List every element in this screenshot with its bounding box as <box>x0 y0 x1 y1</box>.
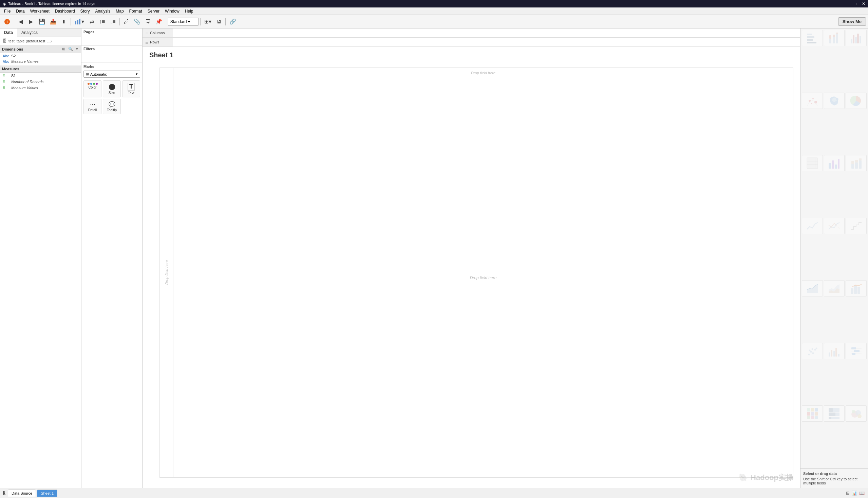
marks-type-dropdown[interactable]: ⊞ Automatic ▾ <box>83 70 140 78</box>
chart-bar-horiz[interactable] <box>802 30 823 46</box>
field-s1[interactable]: # S1 <box>0 73 81 79</box>
new-dashboard-button[interactable]: 📊 <box>851 490 858 496</box>
center-drop-zone[interactable]: Drop field here <box>173 78 793 477</box>
marks-detail-button[interactable]: ⋯ Detail <box>83 99 102 114</box>
measures-label: Measures <box>2 67 20 71</box>
sheet-1-tab[interactable]: Sheet 1 <box>37 489 57 497</box>
marks-color-button[interactable]: Color <box>83 80 102 97</box>
left-panel-tabs: Data Analytics <box>0 28 81 37</box>
chart-pie[interactable] <box>846 93 867 109</box>
data-source-name[interactable]: test_table (default.test_...) <box>9 39 52 43</box>
menu-dashboard[interactable]: Dashboard <box>52 8 78 14</box>
svg-rect-62 <box>811 408 814 411</box>
tooltip-button[interactable]: 🗨 <box>143 17 153 27</box>
chart-gantt[interactable] <box>846 343 867 359</box>
chart-highlight-table[interactable] <box>802 405 823 422</box>
chart-side-bar[interactable] <box>846 30 867 46</box>
menu-worksheet[interactable]: Worksheet <box>27 8 52 14</box>
chart-line[interactable] <box>802 218 823 234</box>
svg-rect-7 <box>807 39 813 41</box>
svg-rect-58 <box>851 348 856 350</box>
sort-desc-button[interactable]: ↓≡ <box>107 17 117 27</box>
marks-text-button[interactable]: T Text <box>122 80 140 97</box>
chart-bar-vert-stacked[interactable] <box>846 155 867 171</box>
chart-bar-vert[interactable] <box>824 155 845 171</box>
tableau-home-button[interactable]: t <box>2 17 12 27</box>
menu-data[interactable]: Data <box>13 8 27 14</box>
tooltip-label: Tooltip <box>107 108 117 112</box>
chart-bar-grouped2[interactable] <box>824 343 845 359</box>
field-s2[interactable]: Abc S2 <box>0 53 81 59</box>
pin-button[interactable]: 📌 <box>153 17 164 27</box>
menu-story[interactable]: Story <box>78 8 93 14</box>
back-button[interactable]: ◀ <box>16 17 25 27</box>
chart-bar-norm[interactable] <box>824 405 845 422</box>
standard-dropdown[interactable]: Standard ▾ <box>168 18 198 26</box>
chart-scatter-map[interactable] <box>802 93 823 109</box>
publish-button[interactable]: 📤 <box>48 17 59 27</box>
rows-label: ⚌ Rows <box>143 38 173 47</box>
chart-type-button[interactable]: ▾ <box>73 17 86 27</box>
svg-rect-53 <box>835 348 837 356</box>
marks-size-button[interactable]: ⬤ Size <box>103 80 121 97</box>
columns-content[interactable] <box>173 28 800 37</box>
dimensions-grid-view[interactable]: ⊞ <box>61 47 66 52</box>
field-name-measure-names: Measure Names <box>11 60 39 63</box>
top-drop-zone[interactable]: Drop field here <box>173 68 793 78</box>
menu-format[interactable]: Format <box>127 8 145 14</box>
data-source-tab[interactable]: Data Source <box>8 489 36 497</box>
tab-analytics[interactable]: Analytics <box>17 28 42 37</box>
chart-area-discrete[interactable] <box>824 280 845 297</box>
chart-area[interactable] <box>802 280 823 297</box>
field-measure-names[interactable]: Abc Measure Names <box>0 59 81 64</box>
dimensions-dropdown[interactable]: ▾ <box>75 47 79 52</box>
sort-asc-button[interactable]: ↑≡ <box>97 17 107 27</box>
menu-analysis[interactable]: Analysis <box>93 8 113 14</box>
new-sheet-button[interactable]: ⊞ <box>845 490 850 496</box>
chart-text-table[interactable] <box>802 155 823 171</box>
chart-line-step[interactable] <box>846 218 867 234</box>
canvas-main: Drop field here Drop field here <box>173 68 793 477</box>
status-bar: 🗄 Data Source Sheet 1 ⊞ 📊 📖 <box>0 488 868 498</box>
chart-bubble[interactable] <box>846 405 867 422</box>
rows-content[interactable] <box>173 38 800 47</box>
chart-bar-combo[interactable] <box>846 280 867 297</box>
menu-map[interactable]: Map <box>113 8 126 14</box>
svg-rect-2 <box>75 21 76 24</box>
annotation-button[interactable]: 📎 <box>132 17 143 27</box>
highlight-button[interactable]: 🖊 <box>121 17 131 27</box>
show-me-button[interactable]: Show Me <box>838 17 866 26</box>
svg-rect-51 <box>831 350 832 356</box>
chart-stacked-bar[interactable] <box>824 30 845 46</box>
left-drop-zone[interactable]: Drop field here <box>160 68 173 477</box>
view-button[interactable]: ⊞▾ <box>202 17 213 27</box>
tab-data[interactable]: Data <box>0 28 17 37</box>
swap-button[interactable]: ⇄ <box>87 17 96 27</box>
menu-help[interactable]: Help <box>182 8 196 14</box>
menu-server[interactable]: Server <box>145 8 162 14</box>
device-button[interactable]: 🖥 <box>214 17 224 27</box>
toolbar-separator-4 <box>166 18 166 25</box>
tooltip-icon: 💬 <box>108 101 115 107</box>
chart-choropleth[interactable] <box>824 93 845 109</box>
share-button[interactable]: 🔗 <box>227 17 238 27</box>
menu-file[interactable]: File <box>1 8 13 14</box>
marks-tooltip-button[interactable]: 💬 Tooltip <box>103 99 121 114</box>
field-type-hash-icon-3: # <box>3 86 10 90</box>
forward-button[interactable]: ▶ <box>26 17 36 27</box>
field-number-of-records[interactable]: # Number of Records <box>0 79 81 85</box>
save-button[interactable]: 💾 <box>36 17 47 27</box>
chart-line-dual[interactable] <box>824 218 845 234</box>
left-panel: Data Analytics 🗄 test_table (default.tes… <box>0 28 81 488</box>
dimensions-search[interactable]: 🔍 <box>67 47 74 52</box>
field-measure-values[interactable]: # Measure Values <box>0 85 81 91</box>
close-button[interactable]: ✕ <box>862 1 865 6</box>
new-story-button[interactable]: 📖 <box>858 490 865 496</box>
chart-scatter[interactable] <box>802 343 823 359</box>
svg-point-45 <box>812 352 814 354</box>
menu-window[interactable]: Window <box>162 8 182 14</box>
maximize-button[interactable]: □ <box>857 1 859 6</box>
minimize-button[interactable]: ─ <box>851 1 854 6</box>
canvas-area: ⚌ Columns ⚌ Rows Sheet 1 Drop field here <box>143 28 800 488</box>
pause-button[interactable]: ⏸ <box>60 17 69 27</box>
